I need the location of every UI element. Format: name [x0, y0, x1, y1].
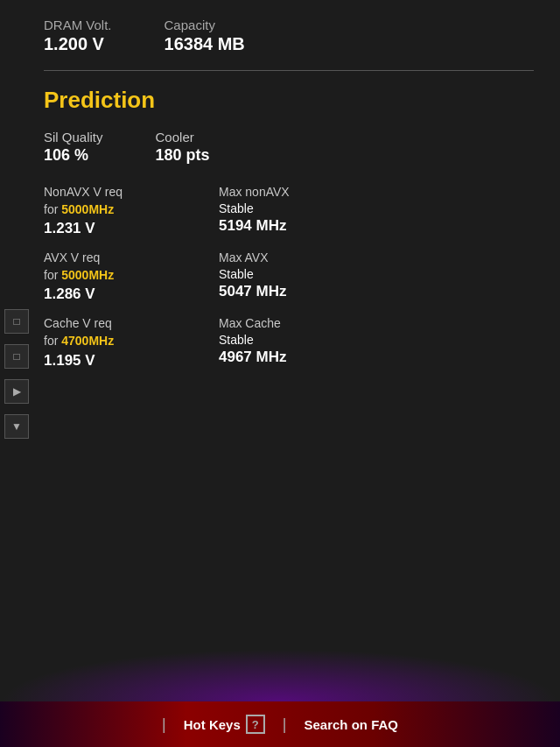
freq-section: NonAVX V req for 5000MHz 1.231 V Max non…	[44, 184, 534, 382]
bottom-separator-1: |	[162, 715, 166, 734]
nav-button-1[interactable]: □	[4, 309, 29, 334]
bottom-separator-2: |	[283, 715, 287, 734]
nav-button-3[interactable]: ▶	[4, 379, 29, 404]
cache-mhz: 4967 MHz	[219, 349, 534, 366]
freq-right-avx: Max AVX Stable 5047 MHz	[219, 250, 534, 303]
search-faq-button[interactable]: Search on FAQ	[304, 717, 398, 732]
sil-quality-col: Sil Quality 106 %	[44, 130, 103, 165]
nonavx-mhz: 5194 MHz	[219, 217, 534, 235]
freq-right-cache: Max Cache Stable 4967 MHz	[219, 315, 534, 369]
cache-req-freq: 4700MHz	[61, 334, 114, 348]
avx-mhz: 5047 MHz	[219, 283, 534, 300]
freq-row-avx: AVX V req for 5000MHz 1.286 V Max AVX St…	[44, 250, 534, 303]
nonavx-req-label: NonAVX V req for 5000MHz	[44, 184, 219, 218]
nonavx-stable: Stable	[219, 201, 534, 215]
nav-button-2[interactable]: □	[4, 344, 29, 369]
dram-volt-col: DRAM Volt. 1.200 V	[44, 18, 112, 54]
avx-req-label: AVX V req for 5000MHz	[44, 250, 219, 284]
nonavx-req-line1: NonAVX V req	[44, 185, 122, 199]
sil-quality-value: 106 %	[44, 146, 103, 165]
cache-voltage: 1.195 V	[44, 352, 219, 370]
screen-wrapper: □ □ ▶ ▼ DRAM Volt. 1.200 V Capacity 1638…	[0, 0, 560, 747]
capacity-label: Capacity	[164, 18, 245, 32]
quality-row: Sil Quality 106 % Cooler 180 pts	[44, 130, 534, 165]
avx-req-line1: AVX V req	[44, 250, 100, 264]
bottom-bar: | Hot Keys ? | Search on FAQ	[0, 701, 560, 747]
cache-req-label: Cache V req for 4700MHz	[44, 315, 219, 349]
hotkey-box-icon: ?	[246, 715, 265, 734]
prediction-title: Prediction	[44, 87, 534, 114]
main-content: DRAM Volt. 1.200 V Capacity 16384 MB Pre…	[0, 0, 560, 701]
section-divider	[44, 70, 534, 71]
avx-req-line2: for	[44, 268, 61, 282]
cooler-label: Cooler	[156, 130, 210, 144]
cache-stable: Stable	[219, 333, 534, 347]
top-stats: DRAM Volt. 1.200 V Capacity 16384 MB	[44, 18, 534, 54]
avx-req-freq: 5000MHz	[61, 268, 114, 282]
nav-arrow-icon-1: □	[13, 315, 19, 328]
nav-arrow-icon-2: □	[13, 350, 19, 363]
search-faq-label: Search on FAQ	[304, 717, 398, 732]
hot-keys-label: Hot Keys	[184, 717, 241, 732]
sil-quality-label: Sil Quality	[44, 130, 103, 144]
freq-right-nonavx: Max nonAVX Stable 5194 MHz	[219, 184, 534, 237]
cooler-col: Cooler 180 pts	[156, 130, 210, 165]
nonavx-max-label: Max nonAVX	[219, 184, 534, 201]
nonavx-req-freq: 5000MHz	[61, 202, 114, 216]
freq-left-cache: Cache V req for 4700MHz 1.195 V	[44, 315, 219, 369]
dram-volt-value: 1.200 V	[44, 34, 112, 54]
nav-button-4[interactable]: ▼	[4, 414, 29, 439]
freq-row-nonavx: NonAVX V req for 5000MHz 1.231 V Max non…	[44, 184, 534, 237]
avx-stable: Stable	[219, 267, 534, 281]
freq-left-avx: AVX V req for 5000MHz 1.286 V	[44, 250, 219, 303]
cache-max-label: Max Cache	[219, 315, 534, 333]
left-nav: □ □ ▶ ▼	[0, 0, 33, 747]
nav-arrow-icon-3: ▶	[13, 385, 21, 398]
cooler-value: 180 pts	[156, 146, 210, 165]
freq-row-cache: Cache V req for 4700MHz 1.195 V Max Cach…	[44, 315, 534, 369]
capacity-value: 16384 MB	[164, 34, 245, 54]
nonavx-voltage: 1.231 V	[44, 220, 219, 237]
hot-keys-button[interactable]: Hot Keys ?	[184, 715, 265, 734]
avx-max-label: Max AVX	[219, 250, 534, 267]
nav-arrow-icon-4: ▼	[11, 420, 22, 433]
nonavx-req-line2: for	[44, 202, 61, 216]
avx-voltage: 1.286 V	[44, 285, 219, 303]
freq-left-nonavx: NonAVX V req for 5000MHz 1.231 V	[44, 184, 219, 237]
capacity-col: Capacity 16384 MB	[164, 18, 245, 54]
cache-req-line2: for	[44, 334, 61, 348]
cache-req-line1: Cache V req	[44, 316, 112, 330]
dram-volt-label: DRAM Volt.	[44, 18, 112, 32]
